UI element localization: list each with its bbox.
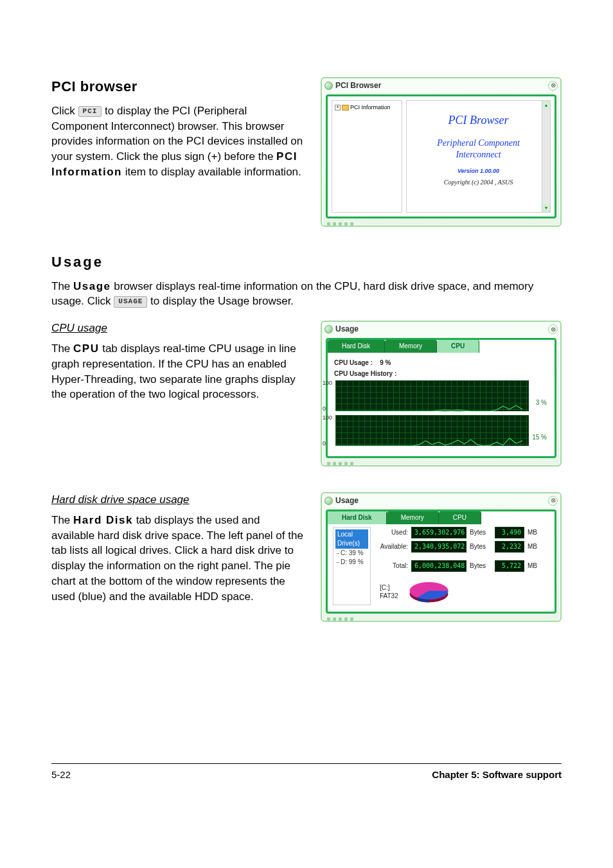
cpu-pct-1: 3 % xyxy=(536,398,547,407)
text-fragment: Click xyxy=(51,105,78,117)
plus-icon[interactable]: + xyxy=(335,105,341,111)
mb-unit: MB xyxy=(528,528,549,537)
tab-cpu[interactable]: CPU xyxy=(437,340,479,353)
pci-tree[interactable]: + PCI Information xyxy=(332,100,402,213)
cpu-bold: CPU xyxy=(73,342,99,355)
usage-tabs: Hard Disk Memory CPU xyxy=(328,511,555,524)
bytes-unit: Bytes xyxy=(470,528,492,537)
usage-hdd-window: Usage ⊗ Hard Disk Memory CPU Local Drive… xyxy=(321,492,562,622)
tab-memory[interactable]: Memory xyxy=(385,340,437,353)
text-fragment: The xyxy=(51,342,73,355)
usage-inline-button[interactable]: USAGE xyxy=(114,296,147,307)
window-titlebar: Usage ⊗ xyxy=(322,493,560,508)
pie-chart xyxy=(405,578,453,605)
text-fragment: The xyxy=(51,280,73,292)
text-fragment: tab displays the used and available hard… xyxy=(51,514,303,603)
text-fragment: The xyxy=(51,514,73,526)
page-number: 5-22 xyxy=(51,768,71,781)
cpu-pct-2: 15 % xyxy=(532,433,547,442)
hdd-bold: Hard Disk xyxy=(73,514,133,526)
pci-logo-line2b: Interconnect xyxy=(456,150,501,159)
pie-drive-label: [C:] xyxy=(380,583,398,592)
scroll-down-icon[interactable]: ▾ xyxy=(542,204,550,212)
pci-tree-node[interactable]: + PCI Information xyxy=(335,103,399,112)
pci-copyright: Copyright (c) 2004 , ASUS xyxy=(409,178,547,187)
text-fragment: item to display available information. xyxy=(125,166,301,178)
mb-unit: MB xyxy=(528,562,549,571)
pci-browser-heading: PCI browser xyxy=(51,77,305,97)
usage-intro-paragraph: The Usage browser displays real-time inf… xyxy=(51,279,562,310)
cpu-graph-1 xyxy=(335,380,529,411)
pager-dots xyxy=(327,617,560,621)
drive-item-c[interactable]: C: 39 % xyxy=(335,549,368,558)
pie-fs-label: FAT32 xyxy=(380,592,398,600)
pci-version: Version 1.00.00 xyxy=(409,167,547,175)
pci-logo-title: PCI Browser xyxy=(409,112,547,128)
usage-tabs: Hard Disk Memory CPU xyxy=(328,340,555,353)
available-label: Available: xyxy=(376,542,408,551)
close-icon[interactable]: ⊗ xyxy=(548,496,558,506)
close-icon[interactable]: ⊗ xyxy=(548,324,558,334)
axis-100: 100 xyxy=(323,414,332,422)
tab-hard-disk[interactable]: Hard Disk xyxy=(328,340,385,353)
folder-icon xyxy=(342,105,349,111)
drive-list[interactable]: Local Drive(s) C: 39 % D: 99 % xyxy=(333,527,371,605)
bytes-unit: Bytes xyxy=(470,542,492,551)
pci-browser-paragraph: Click PCI to display the PCI (Peripheral… xyxy=(51,103,305,180)
cpu-usage-paragraph: The CPU tab displays real-time CPU usage… xyxy=(51,341,305,402)
scrollbar[interactable]: ▴ ▾ xyxy=(542,101,550,212)
tab-memory[interactable]: Memory xyxy=(387,511,439,524)
cpu-history-label: CPU Usage History : xyxy=(334,369,548,378)
pager-dots xyxy=(327,462,560,465)
mb-unit: MB xyxy=(528,542,549,551)
window-titlebar: PCI Browser ⊗ xyxy=(322,78,560,93)
page-footer: 5-22 Chapter 5: Software support xyxy=(51,763,562,781)
axis-0: 0 xyxy=(323,405,326,413)
usage-heading: Usage xyxy=(51,252,562,272)
cpu-usage-subhead: CPU usage xyxy=(51,321,305,336)
total-bytes: 6,000,238,048 xyxy=(411,560,466,572)
used-bytes: 3,659,302,976 xyxy=(411,527,466,538)
globe-icon xyxy=(324,497,333,505)
tab-cpu[interactable]: CPU xyxy=(439,511,481,524)
globe-icon xyxy=(324,325,333,333)
used-mb: 3,490 xyxy=(495,527,524,538)
total-label: Total: xyxy=(376,562,408,571)
drive-list-header: Local Drive(s) xyxy=(335,529,368,549)
cpu-usage-value: 9 % xyxy=(380,359,391,366)
axis-100: 100 xyxy=(323,379,332,387)
close-icon[interactable]: ⊗ xyxy=(548,81,558,91)
pager-dots xyxy=(327,222,560,226)
available-bytes: 2,340,935,072 xyxy=(411,541,466,553)
pci-browser-window: PCI Browser ⊗ + PCI Information PCI Bro xyxy=(321,77,562,227)
axis-0: 0 xyxy=(323,439,326,448)
chapter-title: Chapter 5: Software support xyxy=(432,768,562,781)
tab-hard-disk[interactable]: Hard Disk xyxy=(328,511,387,524)
cpu-usage-label: CPU Usage : xyxy=(334,359,373,366)
drive-details: Used: 3,659,302,976 Bytes 3,490 MB Avail… xyxy=(376,527,549,605)
pci-info-pane: PCI Browser Peripheral Component Interco… xyxy=(406,100,551,213)
used-label: Used: xyxy=(376,528,408,537)
window-title: Usage xyxy=(335,324,359,335)
available-mb: 2,232 xyxy=(495,541,524,553)
drive-item-d[interactable]: D: 99 % xyxy=(335,558,368,567)
hdd-usage-paragraph: The Hard Disk tab displays the used and … xyxy=(51,513,305,605)
total-mb: 5,722 xyxy=(495,560,524,572)
window-titlebar: Usage ⊗ xyxy=(322,322,560,337)
bytes-unit: Bytes xyxy=(470,562,492,571)
usage-bold: Usage xyxy=(73,280,111,292)
globe-icon xyxy=(324,82,333,90)
cpu-graph-2 xyxy=(335,415,529,446)
usage-cpu-window: Usage ⊗ Hard Disk Memory CPU CPU Usage :… xyxy=(321,321,562,466)
tree-label: PCI Information xyxy=(350,103,391,112)
text-fragment: to display the Usage browser. xyxy=(150,295,294,307)
window-title: PCI Browser xyxy=(335,80,381,91)
hdd-usage-subhead: Hard disk drive space usage xyxy=(51,492,305,508)
pci-logo-line2a: Peripheral Component xyxy=(437,138,520,148)
pci-inline-button[interactable]: PCI xyxy=(78,106,102,117)
scroll-up-icon[interactable]: ▴ xyxy=(542,101,550,109)
window-title: Usage xyxy=(335,495,359,506)
